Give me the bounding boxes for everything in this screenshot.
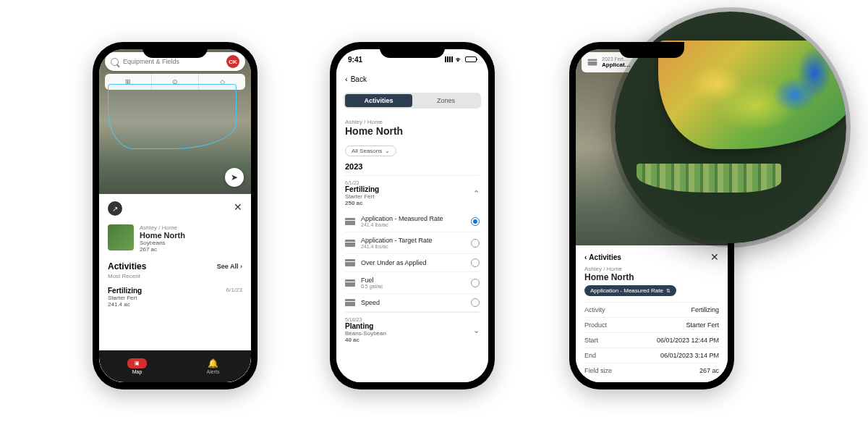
- activity-amount: 241.4 ac: [108, 301, 242, 308]
- year-heading: 2023: [345, 162, 480, 171]
- group-area: 250 ac: [345, 200, 379, 206]
- phone-map-view: 9:41 ᯤ CK ⊞ ⊙ ◇ ➤ ↗ ✕: [93, 42, 258, 389]
- search-icon: [111, 58, 119, 66]
- layer-icon: [345, 259, 355, 266]
- breadcrumb: Ashley / Home: [584, 266, 719, 272]
- row-end-key: End: [584, 352, 596, 359]
- layer-icon: [345, 299, 355, 306]
- row-start-val: 06/01/2023 12:44 PM: [657, 337, 719, 344]
- heatmap-visual: [658, 41, 846, 149]
- activities-back[interactable]: ‹Activities: [584, 253, 621, 261]
- group-date: 6/1/23: [345, 180, 379, 185]
- area-label: 267 ac: [140, 246, 185, 253]
- row-product-val: Starter Fert: [686, 321, 719, 329]
- field-name: Home North: [140, 231, 185, 240]
- status-time: 9:41: [348, 56, 362, 64]
- detail-card: ‹Activities ✕ Ashley / Home Home North A…: [576, 245, 728, 382]
- location-arrow-icon: ➤: [231, 172, 238, 182]
- crop-label: Soybeans: [140, 240, 185, 246]
- row-activity-key: Activity: [584, 306, 605, 313]
- wifi-icon: ᯤ: [456, 56, 463, 64]
- activity-product: Starter Fert: [108, 295, 242, 301]
- close-button[interactable]: ✕: [710, 251, 719, 263]
- radio[interactable]: [471, 279, 480, 287]
- tab-switcher: Activities Zones: [344, 93, 481, 109]
- chevron-down-icon: ⌄: [385, 148, 390, 154]
- field-coverage-strip: [637, 164, 781, 193]
- radio[interactable]: [471, 239, 480, 248]
- layer-option-measured-rate[interactable]: Application - Measured Rate241.4 lbs/ac: [345, 211, 480, 232]
- chevron-left-icon: ‹: [584, 253, 587, 261]
- group-area: 40 ac: [345, 337, 386, 343]
- layer-option-target-rate[interactable]: Application - Target Rate241.4 lbs/ac: [345, 232, 480, 254]
- map-icon: ▣: [127, 358, 147, 368]
- group-date: 5/18/23: [345, 317, 386, 322]
- notch: [380, 42, 445, 58]
- group-product: Starter Fert: [345, 193, 379, 200]
- row-start-key: Start: [584, 337, 598, 344]
- field-name: Home North: [584, 272, 719, 282]
- most-recent-label: Most Recent: [108, 273, 242, 279]
- bottom-nav: ▣Map 🔔Alerts: [99, 350, 251, 382]
- layer-chip[interactable]: Application - Measured Rate⇅: [584, 285, 676, 296]
- group-product: Beans-Soybean: [345, 330, 386, 337]
- header-title: Applicat…: [602, 62, 631, 68]
- nav-alerts[interactable]: 🔔Alerts: [175, 358, 251, 374]
- group-title: Planting: [345, 322, 386, 330]
- radio[interactable]: [471, 258, 480, 267]
- activity-name: Fertilizing: [108, 287, 142, 295]
- tab-activities[interactable]: Activities: [345, 94, 412, 107]
- layer-icon: [588, 59, 597, 66]
- breadcrumb: Ashley / Home: [140, 224, 185, 231]
- layer-icon: [345, 240, 355, 247]
- activity-date: 6/1/23: [226, 287, 242, 295]
- activities-heading: Activities: [108, 261, 146, 271]
- bell-icon: 🔔: [208, 358, 218, 368]
- row-product-key: Product: [584, 321, 607, 329]
- row-activity-val: Fertilizing: [691, 306, 719, 313]
- chevron-updown-icon: ⇅: [666, 288, 671, 294]
- layer-icon: [345, 279, 355, 287]
- notch: [619, 42, 684, 58]
- row-end-val: 06/01/2023 3:14 PM: [660, 352, 719, 359]
- locate-button[interactable]: ➤: [225, 168, 244, 187]
- group-title: Fertilizing: [345, 185, 379, 193]
- chevron-down-icon: ⌄: [473, 326, 480, 335]
- field-thumbnail: [108, 224, 134, 250]
- breadcrumb: Ashley / Home: [345, 119, 480, 125]
- activity-group-fertilizing[interactable]: 6/1/23 Fertilizing Starter Fert 250 ac ⌃: [345, 175, 480, 211]
- radio-selected[interactable]: [471, 217, 480, 226]
- chevron-up-icon: ⌃: [473, 189, 480, 198]
- back-button[interactable]: ‹Back: [336, 69, 488, 88]
- layer-option-speed[interactable]: Speed: [345, 294, 480, 312]
- layer-option-fuel[interactable]: Fuel0.5 gal/ac: [345, 272, 480, 294]
- field-boundary[interactable]: [108, 84, 237, 149]
- share-button[interactable]: ↗: [108, 201, 122, 216]
- layer-icon: [345, 218, 355, 225]
- search-input[interactable]: [123, 58, 222, 65]
- see-all-link[interactable]: See All ›: [217, 263, 242, 270]
- map-view[interactable]: 9:41 ᯤ CK ⊞ ⊙ ◇ ➤: [99, 49, 251, 194]
- signal-icon: [445, 56, 454, 62]
- tab-zones[interactable]: Zones: [412, 94, 480, 107]
- season-filter[interactable]: All Seasons⌄: [345, 146, 396, 156]
- nav-map[interactable]: ▣Map: [99, 358, 175, 374]
- chevron-left-icon: ‹: [345, 75, 348, 83]
- close-button[interactable]: ✕: [234, 201, 242, 213]
- field-name: Home North: [345, 125, 480, 137]
- notch: [142, 42, 208, 58]
- activity-group-planting[interactable]: 5/18/23 Planting Beans-Soybean 40 ac ⌄: [345, 312, 480, 347]
- phone-activities-view: 9:41 ᯤ ‹Back Activities Zones Ashley / H…: [330, 42, 495, 389]
- row-size-key: Field size: [584, 367, 612, 374]
- battery-icon: [465, 56, 477, 62]
- user-avatar[interactable]: CK: [226, 55, 239, 68]
- radio[interactable]: [471, 298, 480, 307]
- row-size-val: 267 ac: [699, 367, 719, 374]
- layer-option-over-under[interactable]: Over Under as Applied: [345, 254, 480, 272]
